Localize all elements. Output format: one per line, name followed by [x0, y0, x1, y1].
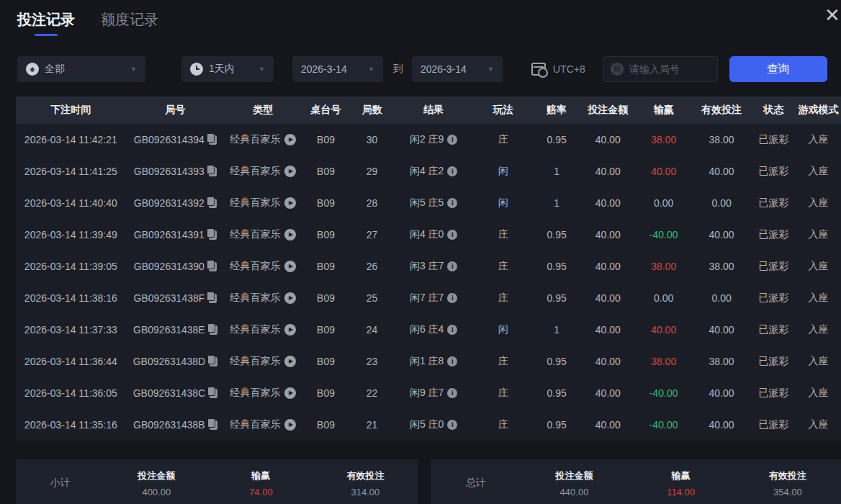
- info-icon[interactable]: i: [447, 166, 457, 176]
- round-number-cell: 30: [350, 134, 394, 145]
- date-from-select[interactable]: 2026-3-14 ▼: [292, 56, 383, 82]
- subtotal-win-value: 74.00: [209, 487, 313, 498]
- header-win-loss: 输赢: [636, 104, 691, 117]
- play-icon[interactable]: ▶: [284, 292, 296, 304]
- table-row: 2026-03-14 11:37:33 GB092631438E 经典百家乐▶ …: [16, 314, 841, 346]
- search-button[interactable]: 查询: [729, 56, 827, 82]
- copy-icon[interactable]: [209, 230, 217, 240]
- table-body: 2026-03-14 11:42:21 GB0926314394 经典百家乐▶ …: [16, 124, 841, 441]
- info-icon[interactable]: i: [447, 230, 457, 240]
- bet-time-cell: 2026-03-14 11:39:49: [16, 229, 126, 240]
- odds-cell: 0.95: [534, 419, 580, 431]
- table-header-row: 下注时间 局号 类型 桌台号 局数 结果 玩法 赔率 投注金额 输赢 有效投注 …: [16, 96, 841, 124]
- win-loss-cell: 40.00: [636, 324, 691, 336]
- copy-icon[interactable]: [210, 420, 217, 430]
- time-range-value: 1天内: [209, 63, 235, 76]
- copy-icon[interactable]: [209, 135, 217, 145]
- bet-time-cell: 2026-03-14 11:36:44: [16, 356, 126, 367]
- total-bar: 总计 投注金额 440.00 输赢 114.00 有效投注 354.00: [431, 459, 841, 504]
- round-number-cell: 21: [350, 419, 394, 431]
- total-win-loss: 输赢 114.00: [628, 469, 734, 498]
- valid-bet-cell: 40.00: [691, 387, 751, 399]
- valid-bet-cell: 40.00: [691, 229, 751, 240]
- info-icon[interactable]: i: [447, 261, 457, 271]
- timezone-selector[interactable]: UTC+8: [531, 63, 585, 76]
- header-type: 类型: [225, 104, 302, 117]
- copy-icon[interactable]: [210, 389, 217, 398]
- play-icon[interactable]: ▶: [284, 387, 296, 399]
- odds-cell: 1: [534, 166, 580, 177]
- game-type-select[interactable]: ♠ 全部 ▼: [17, 56, 145, 82]
- play-icon[interactable]: ▶: [284, 197, 296, 209]
- game-type-cell: 经典百家乐▶: [225, 228, 302, 241]
- play-type-cell: 闲: [473, 323, 533, 336]
- copy-icon[interactable]: [210, 325, 217, 335]
- status-cell: 已派彩: [752, 260, 796, 273]
- header-bet-amount: 投注金额: [580, 104, 636, 117]
- copy-icon[interactable]: [210, 357, 217, 366]
- info-icon[interactable]: i: [447, 325, 457, 335]
- play-icon[interactable]: ▶: [284, 324, 296, 336]
- play-icon[interactable]: ▶: [284, 166, 296, 177]
- table-number-cell: B09: [302, 229, 350, 240]
- round-id-cell: GB092631438C: [126, 387, 225, 399]
- copy-icon[interactable]: [209, 294, 217, 303]
- subtotal-win-loss: 输赢 74.00: [209, 469, 313, 498]
- date-from-value: 2026-3-14: [301, 63, 347, 75]
- win-loss-cell: 38.00: [636, 134, 691, 145]
- table-number-cell: B09: [302, 197, 350, 209]
- info-icon[interactable]: i: [447, 198, 457, 208]
- tab-bar: 投注记录 额度记录: [0, 0, 841, 36]
- header-game-mode: 游戏模式: [796, 104, 841, 117]
- odds-cell: 0.95: [534, 134, 580, 145]
- copy-icon[interactable]: [209, 167, 217, 176]
- bet-time-cell: 2026-03-14 11:35:16: [16, 419, 126, 431]
- subtotal-bet-value: 400.00: [104, 487, 209, 498]
- valid-bet-cell: 0.00: [691, 197, 751, 209]
- round-id-input[interactable]: [629, 63, 710, 75]
- subtotal-label: 小计: [16, 477, 104, 490]
- bet-amount-cell: 40.00: [580, 134, 636, 145]
- bet-amount-cell: 40.00: [580, 166, 636, 177]
- round-id-cell: GB092631438E: [126, 324, 225, 336]
- status-cell: 已派彩: [752, 228, 796, 241]
- status-cell: 已派彩: [752, 418, 796, 431]
- info-icon[interactable]: i: [447, 135, 457, 145]
- copy-icon[interactable]: [209, 262, 217, 271]
- play-icon[interactable]: ▶: [284, 261, 296, 272]
- header-result: 结果: [394, 104, 473, 117]
- play-type-cell: 庄: [473, 387, 533, 400]
- game-mode-cell: 入座: [796, 165, 841, 178]
- win-loss-cell: 38.00: [636, 261, 691, 272]
- win-loss-cell: -40.00: [636, 419, 691, 431]
- play-icon[interactable]: ▶: [284, 134, 296, 145]
- play-type-cell: 庄: [473, 418, 533, 431]
- copy-icon[interactable]: [209, 199, 217, 208]
- total-bet-amount: 投注金额 440.00: [521, 469, 627, 498]
- win-loss-cell: 38.00: [636, 356, 691, 367]
- table-number-cell: B09: [302, 387, 350, 399]
- result-cell: 闲1 庄8i: [394, 355, 473, 368]
- info-icon[interactable]: i: [447, 388, 457, 398]
- play-icon[interactable]: ▶: [284, 356, 296, 367]
- date-to-select[interactable]: 2026-3-14 ▼: [412, 56, 503, 82]
- table-row: 2026-03-14 11:42:21 GB0926314394 经典百家乐▶ …: [16, 124, 841, 156]
- header-bet-time: 下注时间: [16, 104, 126, 117]
- info-icon[interactable]: i: [447, 293, 457, 303]
- bet-time-cell: 2026-03-14 11:41:25: [16, 166, 126, 177]
- close-icon[interactable]: ✕: [821, 4, 841, 27]
- info-icon[interactable]: i: [447, 356, 457, 366]
- table-row: 2026-03-14 11:40:40 GB0926314392 经典百家乐▶ …: [16, 187, 841, 219]
- play-icon[interactable]: ▶: [284, 419, 296, 431]
- bet-records-table: 下注时间 局号 类型 桌台号 局数 结果 玩法 赔率 投注金额 输赢 有效投注 …: [16, 96, 841, 441]
- play-icon[interactable]: ▶: [284, 229, 296, 240]
- game-mode-cell: 入座: [796, 292, 841, 305]
- tab-bet-records[interactable]: 投注记录: [17, 10, 75, 36]
- time-range-select[interactable]: 1天内 ▼: [181, 56, 274, 82]
- subtotal-valid-title: 有效投注: [313, 469, 418, 482]
- odds-cell: 0.95: [534, 229, 580, 240]
- info-icon[interactable]: i: [447, 420, 457, 430]
- game-type-value: 全部: [45, 63, 65, 76]
- tab-quota-records[interactable]: 额度记录: [101, 10, 158, 36]
- round-id-search-field[interactable]: 局: [603, 56, 718, 82]
